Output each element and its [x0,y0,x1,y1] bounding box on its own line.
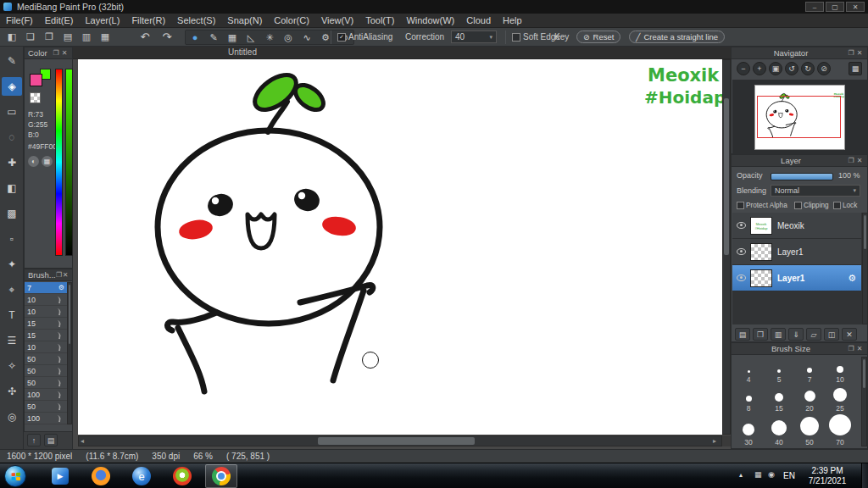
dock-page-button[interactable]: ▤ [44,434,58,446]
brush-item[interactable]: 10 [25,294,67,306]
menu-tool[interactable]: Tool(T) [359,14,400,27]
lock-checkbox[interactable] [833,202,841,209]
eraser-tool[interactable]: ◈ [2,77,22,96]
popout-icon[interactable]: ❐ [52,49,60,57]
bucket-tool[interactable]: ◧ [2,179,22,197]
taskbar-icon-internet-explorer[interactable]: e [127,465,156,487]
menu-cloud[interactable]: Cloud [460,14,497,27]
language-indicator[interactable]: EN [783,471,795,480]
maximize-button[interactable]: ▢ [826,2,844,12]
brush-size-scrollbar[interactable] [861,357,867,446]
brush-size-option[interactable]: 40 [765,414,793,446]
brush-item[interactable]: 50 [25,401,67,413]
delete-layer-button[interactable]: ✕ [842,328,857,341]
brush-item[interactable]: 50 [25,353,67,365]
start-button[interactable] [4,465,26,487]
panel-close-icon[interactable]: ✕ [855,345,864,352]
brush-item[interactable]: 15 [25,318,67,330]
layer-settings-gear-icon[interactable]: ⚙ [848,273,856,284]
foreground-color-swatch[interactable] [30,74,42,86]
menu-filter[interactable]: Filter(R) [125,14,171,27]
move-tool[interactable]: ✚ [2,153,22,172]
popout-icon[interactable]: ❐ [56,271,63,279]
tray-expand-button[interactable]: ▴ [739,471,743,479]
layer-row-meoxik[interactable]: Meoxik #Hoidap Meoxik [732,213,861,239]
layer-thumbnail[interactable]: Meoxik #Hoidap [750,217,772,235]
material-button[interactable]: ◫ [824,328,839,341]
scroll-left-icon[interactable]: ◂ [81,436,84,446]
brush-item[interactable]: 50 [25,377,67,389]
brush-item[interactable]: 10 [25,341,67,353]
add-pixel-layer-button[interactable]: ▥ [771,328,786,341]
snap-parallel-button[interactable]: ✳ [260,30,279,44]
layer-visibility-icon[interactable] [737,274,746,281]
snap-grid-button[interactable]: ▦ [223,30,242,44]
soft-edge-checkbox[interactable] [512,33,520,42]
lasso-tool[interactable]: ◌ [2,128,22,147]
panel-close-icon[interactable]: ✕ [855,157,864,164]
zoom-fit-button[interactable]: ▣ [769,62,782,75]
reset-button[interactable]: ⊘ Reset [576,30,620,43]
menu-view[interactable]: View(V) [315,14,359,27]
snap-settings-button[interactable]: ⚙ [316,30,335,44]
brush-size-option[interactable]: 20 [796,385,823,413]
shape-brush-tool[interactable]: ⌖ [2,280,22,299]
operation-tool[interactable]: ☰ [2,331,22,350]
hand-tool[interactable]: ✣ [2,382,22,401]
menu-edit[interactable]: Edit(E) [39,14,80,27]
menu-window[interactable]: Window(W) [400,14,460,27]
snap-angle-button[interactable]: ◺ [242,30,260,44]
navigator-settings-button[interactable]: ▦ [849,62,862,75]
snap-radial-button[interactable]: ◎ [279,30,298,44]
brush-item[interactable]: 10 [25,306,67,318]
brush-size-option[interactable]: 30 [735,414,762,446]
menu-select[interactable]: Select(S) [171,14,221,27]
brush-size-option[interactable]: 50 [796,414,823,446]
brush-item-selected[interactable]: 7⚙ [25,282,67,294]
brush-size-option[interactable]: 10 [826,358,854,384]
close-button[interactable]: ✕ [846,2,865,12]
brush-size-option[interactable]: 5 [765,358,793,384]
dock-button[interactable]: ◧ [3,30,20,44]
palette-button[interactable]: ▦ [42,156,53,167]
layer-row-layer1-selected[interactable]: Layer1 ⚙ [732,265,861,291]
brush-item[interactable]: 50 [25,365,67,377]
brush-item[interactable]: 100 [25,389,67,401]
balloon-button[interactable]: ❏ [22,30,39,44]
navigator-thumbnail[interactable] [754,85,845,150]
straight-line-button[interactable]: ╱ Create a straight line [629,30,725,43]
brush-size-option[interactable]: 8 [735,385,762,413]
layer-row-layer1[interactable]: Layer1 [732,239,861,265]
panel-close-icon[interactable]: ✕ [855,49,864,57]
pen-tool[interactable]: ✎ [2,52,22,70]
duplicate-layer-button[interactable]: ❐ [753,328,768,341]
menu-color[interactable]: Color(C) [268,14,315,27]
color-wheel-button[interactable]: ◐ [28,156,39,167]
show-desktop-button[interactable] [861,463,868,488]
gradient-tool[interactable]: ▩ [2,204,22,223]
scroll-right-icon[interactable]: ▸ [713,436,716,446]
protect-alpha-checkbox[interactable] [737,202,744,209]
zoom-in-button[interactable]: + [753,62,766,75]
panel-close-icon[interactable]: ✕ [60,49,69,57]
layer-thumbnail[interactable] [750,269,772,287]
merge-down-button[interactable]: ⇓ [788,328,804,341]
popout-icon[interactable]: ❐ [847,49,855,57]
tray-icon-2[interactable]: ◉ [768,470,775,479]
canvas-vscrollbar[interactable] [722,59,731,435]
value-bar[interactable] [65,69,73,256]
select-rect-tool[interactable]: ▭ [2,103,22,121]
brush-settings-icon[interactable]: ⚙ [58,284,64,291]
menu-help[interactable]: Help [497,14,528,27]
select-pen-tool[interactable]: ▫ [2,230,22,248]
magic-wand-tool[interactable]: ✦ [2,255,22,274]
page2-button[interactable]: ▥ [78,30,95,44]
layer-list-scrollbar[interactable] [862,213,868,324]
canvas-hscrollbar[interactable]: ◂ ▸ [78,435,722,446]
layer-visibility-icon[interactable] [737,248,746,255]
navigator-view-rect[interactable] [757,96,841,138]
correction-dropdown[interactable]: 40 ▾ [451,30,497,43]
layer-thumbnail[interactable] [750,243,772,261]
menu-snap[interactable]: Snap(N) [221,14,268,27]
balloon2-button[interactable]: ❐ [41,30,58,44]
